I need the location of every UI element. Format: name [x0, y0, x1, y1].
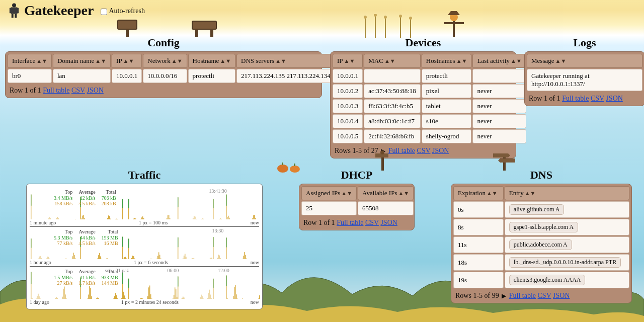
panel-title: Traffic — [26, 169, 263, 182]
csv-link[interactable]: CSV — [538, 292, 551, 299]
svg-rect-141 — [211, 258, 211, 259]
svg-rect-170 — [65, 294, 65, 299]
json-link[interactable]: JSON — [553, 292, 570, 299]
svg-rect-69 — [202, 218, 202, 219]
svg-rect-161 — [38, 294, 38, 299]
json-link[interactable]: JSON — [87, 87, 103, 94]
svg-rect-209 — [178, 276, 178, 286]
table-row: Gatekeeper running at http://10.0.0.1:13… — [527, 69, 642, 91]
svg-rect-177 — [90, 288, 91, 299]
svg-rect-3 — [15, 14, 17, 18]
sort-icon[interactable]: ▲▼ — [398, 190, 409, 196]
json-link[interactable]: JSON — [380, 219, 397, 226]
full-table-link[interactable]: Full table — [43, 87, 69, 94]
svg-marker-244 — [498, 158, 515, 163]
col-hostnames[interactable]: Hostnames▲▼ — [422, 54, 472, 68]
svg-rect-67 — [196, 219, 196, 219]
svg-rect-57 — [143, 218, 144, 219]
svg-rect-150 — [226, 237, 226, 247]
col-dns[interactable]: DNS servers▲▼ — [236, 54, 335, 68]
svg-rect-56 — [142, 216, 143, 219]
col-hostname[interactable]: Hostname▲▼ — [188, 54, 236, 68]
col-last[interactable]: Last activity▲▼ — [472, 54, 526, 68]
dns-entry-pill: clients3.google.com AAAA — [509, 275, 586, 285]
sort-icon[interactable]: ▲▼ — [341, 190, 352, 196]
col-ip[interactable]: IP▲▼ — [112, 54, 142, 68]
svg-rect-96 — [66, 259, 66, 259]
sort-icon[interactable]: ▲▼ — [172, 58, 183, 64]
sort-icon[interactable]: ▲▼ — [36, 58, 47, 64]
col-available[interactable]: Available IPs▲▼ — [358, 186, 414, 200]
svg-rect-175 — [88, 294, 89, 299]
svg-rect-90 — [41, 258, 41, 259]
svg-rect-234 — [259, 295, 260, 299]
svg-rect-66 — [195, 217, 195, 219]
col-ip[interactable]: IP▲▼ — [333, 54, 363, 68]
svg-rect-60 — [169, 215, 169, 219]
col-network[interactable]: Network▲▼ — [143, 54, 187, 68]
svg-rect-135 — [186, 257, 186, 259]
full-table-link[interactable]: Full table — [388, 147, 415, 154]
col-expiration[interactable]: Expiration▲▼ — [453, 186, 504, 200]
col-domain[interactable]: Domain name▲▼ — [53, 54, 111, 68]
svg-rect-168 — [63, 289, 63, 299]
svg-rect-78 — [227, 217, 227, 219]
table-row: 18slb._dns-sd._udp.0.0.0.10.in-addr.arpa… — [453, 254, 629, 271]
svg-point-235 — [277, 165, 288, 173]
sort-icon[interactable]: ▲▼ — [275, 58, 286, 64]
sort-icon[interactable]: ▲▼ — [384, 58, 395, 64]
autorefresh-checkbox[interactable] — [101, 9, 107, 15]
col-mac[interactable]: MAC▲▼ — [364, 54, 421, 68]
svg-rect-118 — [128, 239, 129, 248]
svg-rect-89 — [40, 256, 40, 259]
full-table-link[interactable]: Full table — [562, 95, 589, 102]
svg-rect-51 — [133, 219, 134, 219]
svg-rect-232 — [242, 298, 243, 299]
sort-icon[interactable]: ▲▼ — [220, 58, 231, 64]
sort-icon[interactable]: ▲▼ — [344, 58, 355, 64]
svg-rect-87 — [38, 259, 38, 259]
csv-link[interactable]: CSV — [591, 95, 604, 102]
next-page-icon[interactable]: ▶ — [381, 147, 385, 154]
svg-rect-91 — [46, 259, 46, 259]
json-link[interactable]: JSON — [432, 147, 449, 154]
svg-rect-73 — [219, 219, 219, 219]
svg-rect-58 — [167, 218, 167, 219]
sort-icon[interactable]: ▲▼ — [123, 58, 134, 64]
full-table-link[interactable]: Full table — [337, 219, 363, 226]
panel-title: Config — [5, 36, 322, 49]
next-page-icon[interactable]: ▶ — [502, 292, 506, 299]
svg-rect-146 — [218, 255, 218, 259]
sort-icon[interactable]: ▲▼ — [525, 190, 536, 196]
logs-panel: Logs Message▲▼ Gatekeeper running at htt… — [524, 36, 644, 106]
config-panel: Config Interface▲▼ Domain name▲▼ IP▲▼ Ne… — [5, 36, 322, 98]
sort-icon[interactable]: ▲▼ — [95, 58, 106, 64]
svg-rect-108 — [101, 259, 102, 259]
svg-rect-81 — [252, 218, 253, 219]
full-table-link[interactable]: Full table — [509, 292, 536, 299]
csv-link[interactable]: CSV — [417, 147, 431, 154]
sort-icon[interactable]: ▲▼ — [555, 58, 567, 64]
table-row: 0salive.github.com A — [453, 201, 629, 218]
svg-rect-112 — [122, 237, 123, 247]
col-interface[interactable]: Interface▲▼ — [8, 54, 52, 68]
svg-rect-197 — [142, 298, 143, 299]
sort-icon[interactable]: ▲▼ — [487, 190, 498, 196]
svg-rect-206 — [176, 289, 176, 299]
svg-rect-230 — [236, 294, 236, 299]
json-link[interactable]: JSON — [606, 95, 622, 102]
svg-rect-127 — [158, 252, 159, 259]
autorefresh-toggle[interactable]: Auto-refresh — [101, 7, 145, 15]
sort-icon[interactable]: ▲▼ — [511, 58, 522, 64]
csv-link[interactable]: CSV — [71, 87, 85, 94]
table-footer: Row 1 of 1 Full table CSV JSON — [300, 216, 413, 229]
svg-rect-79 — [228, 216, 228, 219]
svg-rect-192 — [125, 298, 126, 299]
svg-rect-72 — [213, 199, 213, 208]
col-message[interactable]: Message▲▼ — [527, 54, 642, 68]
col-assigned[interactable]: Assigned IPs▲▼ — [301, 186, 357, 200]
col-entry[interactable]: Entry▲▼ — [505, 186, 629, 200]
svg-rect-29 — [50, 218, 50, 219]
sort-icon[interactable]: ▲▼ — [456, 58, 467, 64]
csv-link[interactable]: CSV — [365, 219, 379, 226]
